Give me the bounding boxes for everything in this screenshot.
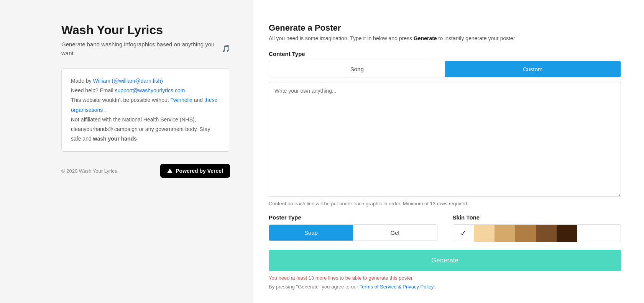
terms-message: By pressing "Generate" you agree to our … <box>269 284 621 290</box>
footer: © 2020 Wash Your Lyrics Powered by Verce… <box>61 164 230 178</box>
disclaimer-bold: wash your hands <box>93 136 137 142</box>
terms-suffix: . <box>435 284 437 290</box>
page-wrapper: Wash Your Lyrics Generate hand washing i… <box>0 0 644 303</box>
section-desc: All you need is some imagination. Type i… <box>269 35 621 41</box>
custom-toggle-button[interactable]: Custom <box>445 61 621 77</box>
disclaimer-text: Not affiliated with the National Health … <box>71 116 210 142</box>
made-by-prefix: Made by <box>71 78 93 84</box>
app-subtitle: Generate hand washing infographics based… <box>61 40 230 57</box>
left-panel: Wash Your Lyrics Generate hand washing i… <box>0 0 253 303</box>
song-toggle-button[interactable]: Song <box>269 61 445 77</box>
terms-prefix: By pressing "Generate" you agree to our <box>269 284 360 290</box>
right-panel: Generate a Poster All you need is some i… <box>253 0 644 303</box>
help-text: Need help? Email <box>71 87 115 93</box>
author-link[interactable]: William (@william@darn.fish) <box>93 78 163 84</box>
period: . <box>104 107 106 113</box>
error-message: You need at least 13 more lines to be ab… <box>269 275 621 281</box>
poster-type-label: Poster Type <box>269 214 437 221</box>
powered-by-text: Powered by Vercel <box>176 168 223 174</box>
soap-button[interactable]: Soap <box>269 225 353 241</box>
twinhelix-link[interactable]: Twinhelix <box>170 97 192 103</box>
content-type-label: Content Type <box>269 51 621 57</box>
content-type-toggle: Song Custom <box>269 61 621 77</box>
help-line: Need help? Email support@washyourlyrics.… <box>71 86 220 95</box>
thanks-prefix: This website wouldn't be possible withou… <box>71 97 170 103</box>
skin-swatch-medium-light[interactable] <box>495 225 515 242</box>
textarea-hint: Content on each line will be put under e… <box>269 201 621 206</box>
and-text: and <box>194 97 204 103</box>
skin-swatch-light[interactable] <box>474 225 495 242</box>
skin-swatch-default[interactable]: ✓ <box>453 225 474 242</box>
made-by-line: Made by William (@william@darn.fish) <box>71 76 220 86</box>
skin-tone-label: Skin Tone <box>453 214 621 221</box>
generate-button[interactable]: Generate <box>269 250 621 271</box>
skin-tone-row: ✓ <box>453 224 621 242</box>
options-row: Poster Type Soap Gel Skin Tone ✓ <box>269 214 621 242</box>
desc-suffix: to instantly generate your poster <box>439 35 515 41</box>
vercel-triangle-icon <box>167 169 172 173</box>
custom-textarea[interactable] <box>269 82 621 197</box>
gel-button[interactable]: Gel <box>353 225 437 241</box>
skin-tone-section: Skin Tone ✓ <box>453 214 621 242</box>
vercel-button[interactable]: Powered by Vercel <box>160 164 230 178</box>
subtitle-text: Generate hand washing infographics based… <box>61 40 219 57</box>
skin-swatch-medium-dark[interactable] <box>536 225 557 242</box>
poster-type-toggle: Soap Gel <box>269 224 437 241</box>
desc-prefix: All you need is some imagination. Type i… <box>269 35 414 41</box>
info-card: Made by William (@william@darn.fish) Nee… <box>61 68 230 152</box>
app-title: Wash Your Lyrics <box>61 23 230 37</box>
copyright: © 2020 Wash Your Lyrics <box>61 168 117 174</box>
desc-bold: Generate <box>414 35 437 41</box>
skin-swatch-dark[interactable] <box>557 225 577 242</box>
poster-type-section: Poster Type Soap Gel <box>269 214 437 241</box>
skin-swatch-medium[interactable] <box>515 225 536 242</box>
disclaimer-line: Not affiliated with the National Health … <box>71 115 220 144</box>
support-email-link[interactable]: support@washyourlyrics.com <box>115 87 185 93</box>
thanks-line: This website wouldn't be possible withou… <box>71 95 220 115</box>
music-icon: 🎵 <box>222 44 230 54</box>
terms-link[interactable]: Terms of Service & Privacy Policy <box>360 284 434 290</box>
section-title: Generate a Poster <box>269 23 621 33</box>
